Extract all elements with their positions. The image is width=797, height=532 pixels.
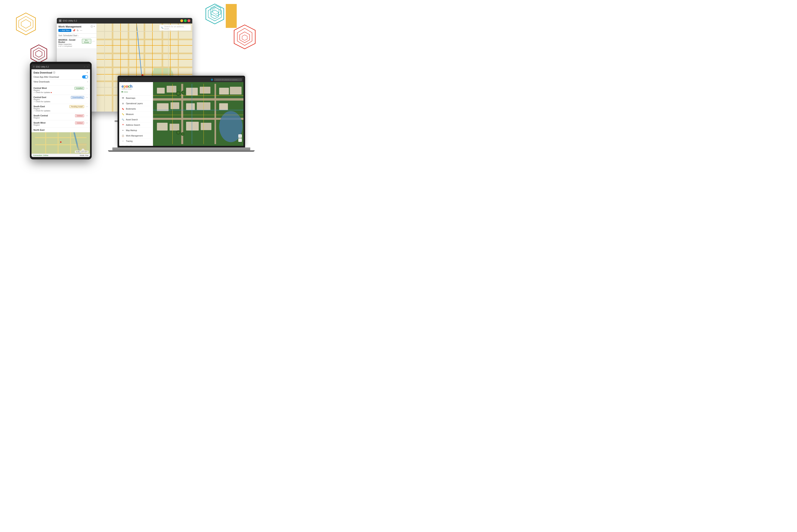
work-management-icon: 📋 xyxy=(121,134,124,137)
menu-item-basemaps[interactable]: 🗺 Basemaps xyxy=(119,95,153,101)
map-markup-icon: ✏ xyxy=(121,129,124,132)
region-type-central-east: Region xyxy=(34,98,71,101)
svg-rect-66 xyxy=(230,87,242,94)
svg-point-48 xyxy=(60,141,61,142)
region-more-icon-2[interactable]: ⋯ xyxy=(86,96,88,99)
region-item-north-east[interactable]: North East xyxy=(32,128,90,132)
basemaps-label: Basemaps xyxy=(126,97,135,99)
refresh-icon[interactable]: ↻ xyxy=(77,29,79,32)
zoom-in-btn[interactable]: + xyxy=(238,134,242,138)
laptop-content: epoch Solutions Group Online 🗺 Basemaps xyxy=(119,82,244,146)
svg-point-69 xyxy=(181,91,185,95)
view-downloads-chevron: › xyxy=(87,80,88,83)
laptop-device: ← → 🌐 epoch Solutio xyxy=(117,76,245,162)
menu-item-map-markup[interactable]: ✏ Map Markup xyxy=(119,128,153,133)
svg-rect-61 xyxy=(186,103,195,110)
status-installed-badge: Installed xyxy=(75,87,84,90)
close-btn[interactable]: × xyxy=(188,19,190,22)
region-check-south-east: ✓Check for Updates xyxy=(34,110,70,112)
menu-item-work-management[interactable]: 📋 Work Management xyxy=(119,133,153,138)
laptop-screen-area: ← → 🌐 epoch Solutio xyxy=(117,76,245,148)
sidebar-info-icon[interactable]: ⓘ xyxy=(91,25,93,28)
epoch-logo-area: epoch Solutions Group Online xyxy=(119,82,153,95)
aerial-map-svg xyxy=(153,82,244,146)
work-management-label: Work Management xyxy=(126,135,143,137)
more-icon[interactable]: ⋯ xyxy=(80,29,82,32)
menu-item-bookmarks[interactable]: 🔖 Bookmarks xyxy=(119,106,153,112)
work-item-id: 68429016 - Gerald Booker xyxy=(58,39,82,43)
bookmarks-icon: 🔖 xyxy=(121,108,124,110)
dd-toggle-row: Close App After Download xyxy=(34,75,88,78)
svg-rect-15 xyxy=(59,20,61,22)
region-name-south-west: South West xyxy=(34,121,75,124)
svg-rect-64 xyxy=(201,123,211,130)
identify-label: Identify xyxy=(126,146,132,146)
enroute-button[interactable]: En-Route xyxy=(82,39,91,44)
menu-item-identify[interactable]: ℹ Identify xyxy=(119,144,153,146)
region-info-south-west: South West Region xyxy=(34,121,75,126)
region-name-south-east: South East xyxy=(34,105,70,108)
region-more-icon-5[interactable]: ⋯ xyxy=(86,121,88,124)
region-info-south-central: South Central Region xyxy=(34,114,75,119)
laptop-forward-btn[interactable]: → xyxy=(125,79,128,81)
close-app-label: Close App After Download xyxy=(34,76,59,78)
menu-item-tracing[interactable]: 〰 Tracing xyxy=(119,138,153,144)
region-item-south-east[interactable]: South East Region ✓Check for Updates Pen… xyxy=(32,104,90,113)
view-downloads-label: View Downloads xyxy=(34,80,50,83)
laptop-hinge xyxy=(112,148,250,150)
menu-item-measure[interactable]: 📏 Measure xyxy=(119,112,153,117)
tablet-map: N Scale: 1:477,077 xyxy=(32,132,90,154)
menu-item-operational-layers[interactable]: ⊞ Operational Layers xyxy=(119,101,153,106)
measure-label: Measure xyxy=(126,113,134,115)
region-item-central-east[interactable]: Central East Region ✓Check for Updates D… xyxy=(32,95,90,104)
menu-item-asset-search[interactable]: 🔍 Asset Search xyxy=(119,117,153,122)
sidebar-close-icon[interactable]: × xyxy=(94,25,95,28)
laptop-search-input[interactable] xyxy=(214,78,242,81)
tablet-forward-btn[interactable]: → xyxy=(87,66,89,68)
map-search-bar[interactable]: 🔍 Search for an address, asset... xyxy=(159,25,191,31)
status-downloading-badge: Downloading xyxy=(71,96,84,99)
address-search-label: Address Search xyxy=(126,124,140,126)
region-more-icon-3[interactable]: ⋯ xyxy=(86,105,88,108)
laptop-back-btn[interactable]: ← xyxy=(121,79,124,81)
laptop-screen: ← → 🌐 epoch Solutio xyxy=(119,77,244,146)
globe-icon[interactable]: 🌐 xyxy=(211,79,213,81)
menu-item-address-search[interactable]: 📍 Address Search xyxy=(119,122,153,128)
region-name-central-east: Central East xyxy=(34,96,71,98)
region-item-central-west[interactable]: Central West Region ✓Check for Updates I… xyxy=(32,86,90,95)
tablet-screen: ☰ ESG Utility 5.2 ← → Data Download ℹ × … xyxy=(32,64,90,157)
pin-icon[interactable]: 📌 xyxy=(73,29,76,32)
bookmarks-label: Bookmarks xyxy=(126,108,136,110)
close-app-toggle[interactable] xyxy=(82,75,88,78)
epoch-o: o xyxy=(126,84,128,89)
dd-close-btn[interactable]: × xyxy=(87,71,88,74)
region-item-south-west[interactable]: South West Region Deleted ⋯ xyxy=(32,120,90,128)
tablet-scale-bar: Scale: 1:477,077 xyxy=(75,151,89,153)
sort-bar[interactable]: Sort: Scheduled Start ↓ xyxy=(57,34,96,38)
minimize-btn[interactable]: − xyxy=(180,19,183,22)
svg-rect-67 xyxy=(219,103,228,110)
view-downloads-row[interactable]: View Downloads › xyxy=(34,79,88,84)
region-info-central-west: Central West Region ✓Check for Updates xyxy=(34,87,75,93)
region-more-icon[interactable]: ⋯ xyxy=(86,87,88,90)
work-item[interactable]: 68429016 - Gerald Booker Meter Inspectio… xyxy=(57,38,96,49)
region-more-icon-4[interactable]: ⋯ xyxy=(86,114,88,117)
tablet-menu-icon[interactable]: ☰ xyxy=(33,66,35,68)
dd-info-icon[interactable]: ℹ xyxy=(53,71,55,74)
region-type-south-central: Region xyxy=(34,117,75,119)
work-item-more-icon[interactable]: ⋯ xyxy=(92,40,95,43)
tablet-back-btn[interactable]: ← xyxy=(84,66,86,68)
svg-rect-58 xyxy=(170,124,179,131)
region-item-south-central[interactable]: South Central Region Deleted ⋯ xyxy=(32,113,90,120)
region-name-central-west: Central West xyxy=(34,87,75,89)
zoom-out-btn[interactable]: − xyxy=(238,138,242,142)
region-check-central-west: ✓Check for Updates xyxy=(34,92,75,93)
operational-layers-label: Operational Layers xyxy=(126,102,143,104)
epoch-sidebar: epoch Solutions Group Online 🗺 Basemaps xyxy=(119,82,153,146)
maximize-btn[interactable]: + xyxy=(184,19,187,22)
sidebar-header: Work Management ⓘ × + Add New 📌 ↻ ⋯ xyxy=(57,23,96,34)
add-new-button[interactable]: + Add New xyxy=(58,29,71,32)
region-info-north-east: North East xyxy=(34,129,88,131)
laptop-title-bar: ← → 🌐 xyxy=(119,77,244,82)
region-name-south-central: South Central xyxy=(34,114,75,117)
